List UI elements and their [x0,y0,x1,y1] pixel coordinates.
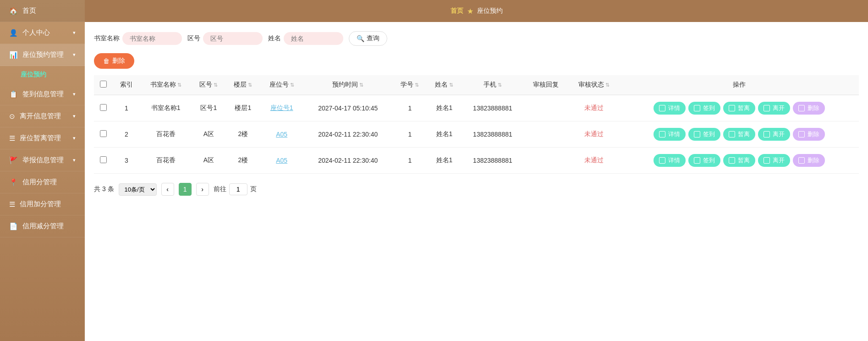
sidebar-item-leave-mgmt[interactable]: ⊙ 离开信息管理 ▾ [0,105,85,127]
row-zone: 区号1 [192,95,226,121]
zone-input[interactable] [203,32,263,45]
select-all-checkbox[interactable] [100,81,107,88]
sort-status-icon[interactable]: ⇅ [605,82,610,88]
sidebar-home-label: 首页 [22,6,36,15]
leave-icon-2 [764,157,770,164]
zone-label: 区号 [187,34,200,43]
checkin-button-0[interactable]: 签到 [688,102,720,115]
row-select-2[interactable] [100,156,107,163]
sort-student-icon[interactable]: ⇅ [415,82,419,88]
row-seat: A05 [260,148,303,174]
row-floor: 楼层1 [226,95,260,121]
sidebar-item-profile[interactable]: 👤 个人中心 ▾ [0,22,85,44]
sort-seat-icon[interactable]: ⇅ [290,82,294,88]
detail-button-2[interactable]: 详情 [654,154,686,167]
delete-button-2[interactable]: 删除 [793,154,825,167]
leave-icon-0 [764,105,770,111]
batch-delete-button[interactable]: 🗑 删除 [94,53,134,69]
del-icon-1 [798,131,805,138]
sort-phone-icon[interactable]: ⇅ [498,82,502,88]
checkin-button-1[interactable]: 签到 [688,128,720,141]
chevron-icon: ▾ [73,30,76,36]
delete-button-1[interactable]: 删除 [793,128,825,141]
sort-time-icon[interactable]: ⇅ [359,82,363,88]
data-table: 索引 书室名称⇅ 区号⇅ 楼层⇅ 座位号⇅ 预约时间⇅ 学号⇅ 姓名⇅ 手机⇅ … [94,75,859,174]
row-checkbox[interactable] [94,148,113,174]
row-review-reply [524,95,568,121]
detail-button-1[interactable]: 详情 [654,128,686,141]
pause-button-0[interactable]: 暂离 [723,102,755,115]
sidebar-item-credit-mgmt[interactable]: 📍 信用分管理 [0,171,85,193]
row-time: 2024-02-11 22:30:40 [303,148,393,174]
row-select-0[interactable] [100,104,107,111]
pause-icon-1 [729,131,735,138]
leave-button-2[interactable]: 离开 [758,154,790,167]
search-button[interactable]: 🔍 查询 [349,31,387,46]
sidebar-item-home[interactable]: 🏠 首页 [0,0,85,22]
star-icon: ★ [467,7,473,16]
search-bar: 书室名称 区号 姓名 🔍 查询 [94,31,859,46]
sort-floor-icon[interactable]: ⇅ [248,82,252,88]
report-icon: 🚩 [9,156,18,165]
sidebar-item-seat-pause-mgmt[interactable]: ☰ 座位暂离管理 ▾ [0,127,85,149]
room-input[interactable] [122,32,182,45]
prev-page-button[interactable]: ‹ [161,183,174,196]
row-student: 1 [393,95,427,121]
profile-icon: 👤 [9,29,18,37]
sidebar-item-checkin-mgmt[interactable]: 📋 签到信息管理 ▾ [0,83,85,105]
table-row: 3 百花香 A区 2楼 A05 2024-02-11 22:30:40 1 姓名… [94,148,859,174]
chevron-icon-4: ▾ [73,113,76,119]
col-phone: 手机⇅ [461,75,524,95]
row-actions: 详情 签到 暂离 离开 删除 [620,148,859,174]
row-index: 3 [113,148,140,174]
row-seat: 座位号1 [260,95,303,121]
row-phone: 13823888881 [461,95,524,121]
name-search-field: 姓名 [268,32,343,45]
row-zone: A区 [192,121,226,148]
main-area: 首页 ★ 座位预约 书室名称 区号 姓名 🔍 查询 [85,0,868,341]
row-status: 未通过 [568,121,619,148]
breadcrumb: 首页 ★ 座位预约 [450,7,503,16]
sidebar-item-credit-add[interactable]: ☰ 信用加分管理 [0,193,85,215]
sidebar-credit-add-label: 信用加分管理 [20,200,61,209]
search-icon: 🔍 [357,35,364,42]
next-page-button[interactable]: › [196,183,209,196]
row-select-1[interactable] [100,130,107,137]
del-icon-0 [798,105,805,111]
checkin-button-2[interactable]: 签到 [688,154,720,167]
sidebar-item-seat-booking[interactable]: 座位预约 [0,66,85,83]
row-checkbox[interactable] [94,121,113,148]
credit-add-icon: ☰ [9,200,15,209]
room-label: 书室名称 [94,34,120,43]
chevron-icon-6: ▾ [73,157,76,163]
sidebar-item-seat-mgmt[interactable]: 📊 座位预约管理 ▾ [0,44,85,66]
leave-button-1[interactable]: 离开 [758,128,790,141]
name-input[interactable] [284,32,343,45]
sidebar-item-credit-sub[interactable]: 📄 信用减分管理 [0,215,85,237]
page-1-button[interactable]: 1 [179,183,192,196]
col-floor: 楼层⇅ [226,75,260,95]
row-time: 2027-04-17 05:10:45 [303,95,393,121]
sidebar-item-report-mgmt[interactable]: 🚩 举报信息管理 ▾ [0,149,85,171]
leave-button-0[interactable]: 离开 [758,102,790,115]
row-checkbox[interactable] [94,95,113,121]
detail-button-0[interactable]: 详情 [654,102,686,115]
sort-name-icon[interactable]: ⇅ [449,82,453,88]
sort-zone-icon[interactable]: ⇅ [214,82,218,88]
pagination: 共 3 条 10条/页 20条/页 50条/页 ‹ 1 › 前往 页 [94,183,859,196]
pause-button-1[interactable]: 暂离 [723,128,755,141]
zone-search-field: 区号 [187,32,263,45]
page-goto-input[interactable] [229,183,247,195]
page-size-select[interactable]: 10条/页 20条/页 50条/页 [119,183,157,196]
del-icon-2 [798,157,805,164]
breadcrumb-home[interactable]: 首页 [450,7,463,15]
chevron-icon-5: ▾ [73,135,76,141]
delete-button-0[interactable]: 删除 [793,102,825,115]
row-action-group: 详情 签到 暂离 离开 删除 [623,154,855,167]
sort-room-icon[interactable]: ⇅ [177,82,181,88]
col-status: 审核状态⇅ [568,75,619,95]
pause-button-2[interactable]: 暂离 [723,154,755,167]
row-zone: A区 [192,148,226,174]
table-row: 2 百花香 A区 2楼 A05 2024-02-11 22:30:40 1 姓名… [94,121,859,148]
status-badge: 未通过 [584,130,604,138]
